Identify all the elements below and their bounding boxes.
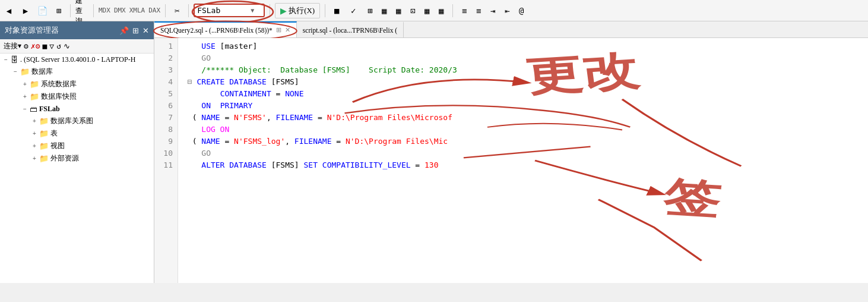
views-toggle[interactable]: + (30, 141, 39, 151)
tree-item-tables[interactable]: + 📁 表 (0, 127, 154, 140)
l10-indent (183, 147, 201, 159)
code-line-6: ON PRIMARY (183, 100, 868, 112)
line-2: 2 (154, 52, 178, 64)
line-numbers: 1 2 3 4 5 6 7 8 9 10 11 (154, 38, 178, 283)
sep2 (93, 4, 94, 17)
indent-icon[interactable]: ⇥ (486, 4, 499, 17)
l5-indent (183, 88, 220, 100)
execute-button[interactable]: ▶ 执行(X) (275, 3, 320, 18)
grid-icon-3[interactable]: ▦ (392, 4, 405, 17)
l7-eq1: = (220, 112, 234, 124)
settings-icon[interactable]: ⚙ (24, 42, 28, 51)
db-diagrams-toggle[interactable]: + (30, 117, 39, 126)
close-sidebar-icon[interactable]: ✕ (142, 26, 149, 35)
align-left-icon[interactable]: ≡ (458, 4, 471, 17)
l2-indent (183, 52, 201, 64)
l8-indent (183, 124, 201, 136)
sidebar: 对象资源管理器 📌 ⊞ ✕ 连接▾ ⚙ ✗⚙ ■ ▽ ↺ ∿ − 🗄 . (SQ… (0, 21, 154, 283)
db-snapshots-toggle[interactable]: + (20, 92, 30, 102)
expand-icon[interactable]: ⊞ (132, 26, 139, 35)
top-toolbar: ◀ ▶ 📄 ⊞ 新建查询(N) MDX DMX XMLA DAX ✂ FSLab… (0, 0, 868, 21)
sep6 (325, 4, 325, 17)
external-label: 外部资源 (50, 153, 79, 163)
tree-item-db-diagrams[interactable]: + 📁 数据库关系图 (0, 115, 154, 127)
filter-icon[interactable]: ▽ (49, 42, 54, 51)
activity-icon[interactable]: ∿ (64, 42, 70, 51)
l8-logon: LOG ON (201, 124, 229, 136)
at-icon[interactable]: @ (515, 4, 528, 17)
grid-icon-2[interactable]: ▦ (378, 4, 391, 17)
l1-use: USE (201, 40, 215, 52)
system-dbs-label: 系统数据库 (41, 79, 77, 89)
code-content[interactable]: USE [master] GO /****** Object: Database… (178, 38, 868, 283)
scissors-icon[interactable]: ✂ (170, 4, 183, 17)
tree-item-databases[interactable]: − 📁 数据库 (0, 65, 154, 78)
tab-script[interactable]: script.sql - (loca...TPRN6B\Felix ( (297, 21, 404, 37)
l3-comment: /****** Object: Database [FSMS] Script D… (201, 64, 457, 76)
outdent-icon[interactable]: ⇤ (500, 4, 514, 17)
dropdown-arrow-icon[interactable]: ▼ (251, 7, 254, 14)
l9-path: N'D:\Program Files\Mic (346, 136, 448, 147)
tables-toggle[interactable]: + (30, 129, 39, 139)
connect-label[interactable]: 连接▾ (4, 41, 21, 51)
external-toggle[interactable]: + (30, 154, 39, 163)
fslab-toggle[interactable]: − (20, 104, 30, 114)
l11-set: SET COMPATIBILITY_LEVEL (304, 159, 411, 171)
tree-item-server[interactable]: − 🗄 . (SQL Server 13.0.4001.0 - LAPTOP-H (0, 54, 154, 65)
l4-minus: ⊟ (188, 76, 197, 88)
tab-script-label: script.sql - (loca...TPRN6B\Felix ( (303, 27, 397, 34)
database-input[interactable]: FSLab (197, 6, 251, 15)
databases-toggle[interactable]: − (11, 67, 20, 77)
tree-item-fslab[interactable]: − 🗃 FSLab (0, 103, 154, 115)
tab-pin-icon[interactable]: ⊞ (276, 26, 281, 34)
toolbar-icon-dmx: DMX (114, 7, 126, 14)
tree-item-db-snapshots[interactable]: + 📁 数据库快照 (0, 90, 154, 103)
stop-icon[interactable]: ■ (330, 4, 343, 17)
refresh-icon[interactable]: ↺ (56, 42, 61, 51)
l7-path: N'D:\Program Files\Microsof (327, 112, 452, 124)
l7-eq2: = (313, 112, 327, 124)
pin-icon[interactable]: 📌 (119, 26, 129, 35)
sep1 (70, 4, 71, 17)
tab-close-icon[interactable]: ✕ (285, 26, 290, 34)
code-line-2: GO (183, 52, 868, 64)
code-editor[interactable]: 1 2 3 4 5 6 7 8 9 10 11 USE [master] (154, 38, 868, 283)
toolbar-icon-1[interactable]: 新建查询(N) (75, 4, 88, 17)
l9-eq2: = (331, 136, 345, 147)
code-line-7: ( NAME = N'FSMS' , FILENAME = N'D:\Progr… (183, 112, 868, 124)
views-label: 视图 (50, 141, 65, 151)
grid-icon-6[interactable]: ▦ (435, 4, 448, 17)
l7-paren: ( (183, 112, 201, 124)
grid-icon-4[interactable]: ⊡ (406, 4, 419, 17)
toolbar-icon-xmla: XMLA (129, 7, 145, 14)
back-icon[interactable]: ◀ (2, 4, 15, 17)
check-icon[interactable]: ✓ (347, 4, 360, 17)
forward-icon[interactable]: ▶ (19, 4, 32, 17)
l11-indent (183, 159, 201, 171)
database-selector[interactable]: FSLab ▼ (194, 4, 265, 17)
db-diagrams-icon: 📁 (39, 117, 49, 125)
l7-fsms-val: N'FSMS' (234, 112, 267, 124)
disconnect-icon[interactable]: ✗⚙ (31, 42, 40, 51)
stop-server-icon[interactable]: ■ (42, 42, 47, 51)
file-icon[interactable]: 📄 (36, 4, 49, 17)
align-right-icon[interactable]: ≡ (472, 4, 485, 17)
tree-item-system-dbs[interactable]: + 📁 系统数据库 (0, 78, 154, 90)
tree-item-views[interactable]: + 📁 视图 (0, 140, 154, 152)
server-label: . (SQL Server 13.0.4001.0 - LAPTOP-H (20, 55, 135, 64)
grid-icon-1[interactable]: ⊞ (363, 4, 376, 17)
play-icon: ▶ (280, 6, 287, 15)
l6-space (211, 100, 220, 112)
system-dbs-toggle[interactable]: + (20, 80, 30, 89)
server-toggle[interactable]: − (1, 55, 11, 64)
line-4: 4 (154, 76, 178, 88)
l9-filename: FILENAME (294, 136, 332, 147)
tree-item-external[interactable]: + 📁 外部资源 (0, 152, 154, 165)
tab-query2[interactable]: SQLQuery2.sql - (...PRN6B\Felix (58))* ⊞… (154, 21, 297, 37)
grid-icon-5[interactable]: ▦ (420, 4, 433, 17)
db-snapshots-label: 数据库快照 (41, 92, 77, 102)
new-query-icon[interactable]: ⊞ (52, 4, 65, 17)
main-area: 对象资源管理器 📌 ⊞ ✕ 连接▾ ⚙ ✗⚙ ■ ▽ ↺ ∿ − 🗄 . (SQ… (0, 21, 868, 283)
sidebar-title: 对象资源管理器 (5, 25, 59, 36)
code-line-11: ALTER DATABASE [FSMS] SET COMPATIBILITY_… (183, 159, 868, 171)
